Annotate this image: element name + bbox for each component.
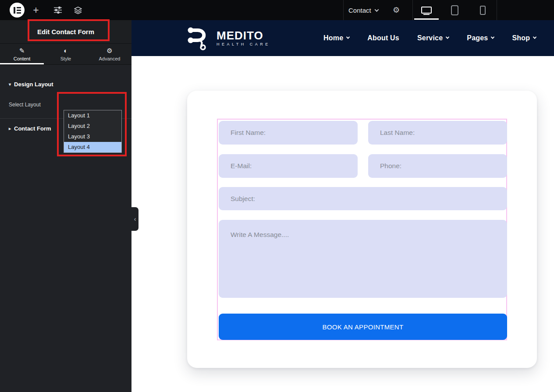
chevron-down-icon	[374, 7, 379, 12]
caret-right-icon: ▸	[9, 126, 11, 131]
chevron-down-icon	[533, 35, 536, 39]
contrast-icon: ◐	[64, 47, 67, 54]
option-layout-4[interactable]: Layout 4	[64, 142, 121, 152]
tab-style[interactable]: ◐ Style	[44, 44, 88, 64]
option-layout-3[interactable]: Layout 3	[64, 131, 121, 142]
nav-item-about-us[interactable]: About Us	[367, 34, 399, 42]
tab-advanced[interactable]: ⚙ Advanced	[88, 44, 131, 64]
gear-icon: ⚙	[107, 47, 112, 54]
mobile-icon	[480, 6, 486, 15]
section-design-layout[interactable]: ▾ Design Layout	[9, 81, 53, 88]
nav-item-shop[interactable]: Shop	[512, 34, 536, 42]
book-appointment-button[interactable]: BOOK AN APPOINTMENT	[219, 314, 507, 340]
section-contact-form[interactable]: ▸ Contact Form	[9, 125, 51, 132]
nav-item-pages[interactable]: Pages	[467, 34, 494, 42]
chevron-down-icon	[491, 35, 494, 39]
elementor-menu-button[interactable]	[10, 3, 25, 18]
document-switcher[interactable]: Contact	[348, 0, 378, 20]
last-name-input[interactable]	[368, 121, 507, 145]
device-mobile-button[interactable]	[469, 0, 497, 20]
caret-down-icon: ▾	[9, 82, 11, 87]
site-settings-button[interactable]	[50, 0, 66, 20]
sliders-icon	[54, 7, 62, 14]
panel-tabs: ✎ Content ◐ Style ⚙ Advanced	[0, 44, 131, 65]
option-layout-2[interactable]: Layout 2	[64, 121, 121, 131]
panel-header: Edit Contact Form	[0, 20, 131, 44]
elementor-editor: + Contact	[0, 0, 554, 392]
tablet-icon	[451, 5, 458, 15]
add-element-button[interactable]: +	[28, 0, 44, 20]
pencil-icon: ✎	[19, 47, 25, 54]
responsive-device-switcher	[412, 0, 497, 20]
elementor-logo-icon	[14, 7, 21, 14]
stethoscope-icon	[188, 26, 213, 50]
chevron-down-icon	[446, 35, 449, 39]
logo-title: MEDITO	[217, 30, 270, 41]
chevron-down-icon	[346, 35, 350, 39]
structure-button[interactable]	[70, 0, 86, 20]
plus-icon: +	[33, 4, 39, 16]
site-logo[interactable]: MEDITO HEALTH CARE	[188, 20, 270, 56]
panel-title: Edit Contact Form	[37, 28, 94, 35]
site-nav: Home About Us Service Pages Shop Blog	[323, 20, 554, 56]
select-layout-label: Select Layout	[9, 102, 41, 108]
nav-item-home[interactable]: Home	[323, 34, 349, 42]
preview-settings-button[interactable]: ⚙	[388, 0, 404, 20]
message-textarea[interactable]	[219, 220, 507, 298]
tab-content[interactable]: ✎ Content	[0, 44, 44, 64]
layers-icon	[74, 7, 82, 14]
editor-topbar: + Contact	[0, 0, 554, 20]
email-input[interactable]	[219, 154, 358, 178]
site-header: MEDITO HEALTH CARE Home About Us Service…	[131, 20, 554, 56]
option-layout-1[interactable]: Layout 1	[64, 110, 121, 121]
panel-collapse-handle[interactable]: ‹	[131, 207, 138, 231]
subject-input[interactable]	[219, 187, 507, 210]
gear-icon: ⚙	[393, 5, 400, 15]
desktop-icon	[421, 7, 432, 14]
page-preview: MEDITO HEALTH CARE Home About Us Service…	[131, 20, 554, 392]
contact-form-widget: BOOK AN APPOINTMENT	[217, 119, 507, 340]
topbar-divider	[343, 0, 344, 20]
layout-option-list: Layout 1 Layout 2 Layout 3 Layout 4	[64, 110, 122, 153]
phone-input[interactable]	[368, 154, 507, 178]
logo-subtitle: HEALTH CARE	[217, 42, 270, 46]
topbar-divider	[497, 0, 497, 20]
widget-settings-panel: Edit Contact Form ✎ Content ◐ Style ⚙ Ad…	[0, 20, 131, 392]
document-name: Contact	[348, 7, 371, 14]
nav-item-service[interactable]: Service	[417, 34, 449, 42]
device-tablet-button[interactable]	[440, 0, 469, 20]
contact-form-card: BOOK AN APPOINTMENT	[187, 91, 537, 368]
chevron-left-icon: ‹	[134, 215, 136, 222]
first-name-input[interactable]	[219, 121, 358, 145]
device-desktop-button[interactable]	[412, 0, 440, 20]
